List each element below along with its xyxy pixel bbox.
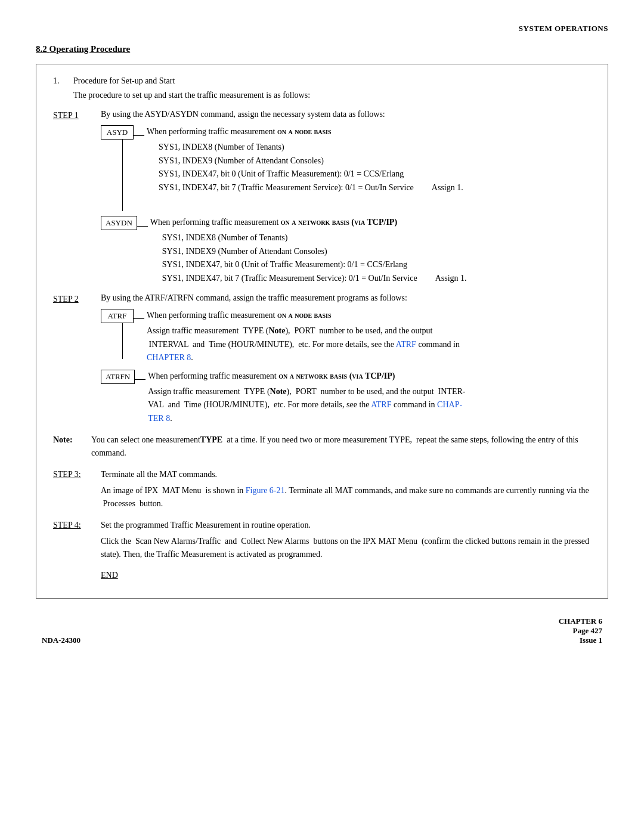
step1-row: STEP 1 By using the ASYD/ASYDN command, …	[53, 110, 591, 120]
asyd-content: When performing traffic measurement on a…	[144, 125, 591, 194]
asyd-line-3: SYS1, INDEX47, bit 0 (Unit of Traffic Me…	[159, 168, 591, 181]
section-title: 8.2 Operating Procedure	[36, 44, 608, 54]
asydn-block: ASYDN When performing traffic measuremen…	[101, 216, 591, 285]
asydn-content: When performing traffic measurement on a…	[148, 216, 591, 285]
asydn-line-3: SYS1, INDEX47, bit 0 (Unit of Traffic Me…	[162, 258, 591, 271]
step4-row: STEP 4: Set the programmed Traffic Measu…	[53, 521, 591, 530]
atrfn-hline	[135, 379, 145, 380]
footer-chapter-info: CHAPTER 6 Page 427 Issue 1	[559, 617, 602, 645]
atrf-hline	[134, 318, 144, 319]
item-label: Procedure for Set-up and Start	[73, 76, 175, 86]
footer-chapter: CHAPTER 6	[559, 617, 602, 626]
atrfn-detail2: VAL and Time (HOUR/MINUTE), etc. For mor…	[148, 398, 591, 411]
atrfn-atrf-link[interactable]: ATRF	[371, 400, 391, 409]
atrfn-intro: When performing traffic measurement on a…	[148, 370, 591, 383]
step4-label: STEP 4:	[53, 521, 92, 530]
header-title: SYSTEM OPERATIONS	[519, 24, 608, 33]
atrfn-block: ATRFN When performing traffic measuremen…	[101, 370, 591, 426]
atrf-detail1: Assign traffic measurement TYPE (Note), …	[147, 324, 591, 337]
atrfn-box: ATRFN	[101, 370, 135, 384]
step2-row: STEP 2 By using the ATRF/ATRFN command, …	[53, 293, 591, 304]
asyd-lines: SYS1, INDEX8 (Number of Tenants) SYS1, I…	[159, 141, 591, 194]
note-label: Note:	[53, 433, 83, 460]
asyd-line-2: SYS1, INDEX9 (Number of Attendant Consol…	[159, 154, 591, 168]
atrf-chapter-link[interactable]: CHAPTER 8	[147, 353, 191, 362]
note-text: You can select one measurementTYPE at a …	[91, 433, 591, 460]
page-footer: NDA-24300 CHAPTER 6 Page 427 Issue 1	[36, 617, 608, 645]
asyd-box-line: ASYD	[101, 125, 144, 140]
atrfn-chap-link1[interactable]: CHAP-	[437, 400, 462, 409]
item-number: 1.	[53, 76, 65, 86]
asydn-intro: When performing traffic measurement on a…	[150, 216, 591, 229]
content-box: 1. Procedure for Set-up and Start The pr…	[36, 64, 608, 599]
atrfn-detail3: TER 8.	[148, 412, 591, 425]
atrfn-detail1: Assign traffic measurement TYPE (Note), …	[148, 385, 591, 398]
note-block: Note: You can select one measurementTYPE…	[53, 433, 591, 460]
figure-link[interactable]: Figure 6-21	[246, 486, 285, 495]
page: SYSTEM OPERATIONS 8.2 Operating Procedur…	[0, 0, 644, 833]
step3-row: STEP 3: Terminate all the MAT commands.	[53, 470, 591, 479]
asydn-box: ASYDN	[101, 216, 137, 230]
atrfn-connector: ATRFN	[101, 370, 145, 384]
asyd-assign: Assign 1.	[432, 181, 463, 194]
asyd-hline	[134, 135, 144, 136]
asyd-intro: When performing traffic measurement on a…	[147, 125, 591, 138]
footer-issue: Issue 1	[559, 636, 602, 645]
end-label: END	[101, 571, 591, 580]
asydn-connector: ASYDN	[101, 216, 148, 230]
asydn-box-line: ASYDN	[101, 216, 148, 230]
atrfn-content: When performing traffic measurement on a…	[145, 370, 591, 426]
step1-text: By using the ASYD/ASYDN command, assign …	[101, 110, 591, 119]
numbered-item-1: 1. Procedure for Set-up and Start	[53, 76, 591, 86]
step3-text: Terminate all the MAT commands.	[101, 470, 217, 479]
atrf-content: When performing traffic measurement on a…	[144, 309, 591, 365]
atrfn-box-line: ATRFN	[101, 370, 145, 384]
asydn-line-4: SYS1, INDEX47, bit 7 (Traffic Measuremen…	[162, 272, 591, 285]
footer-nda: NDA-24300	[42, 636, 80, 645]
asyd-line-1: SYS1, INDEX8 (Number of Tenants)	[159, 141, 591, 154]
step3-label: STEP 3:	[53, 470, 92, 479]
atrf-link[interactable]: ATRF	[396, 340, 416, 349]
asydn-line-1: SYS1, INDEX8 (Number of Tenants)	[162, 231, 591, 244]
atrf-block: ATRF When performing traffic measurement…	[101, 309, 591, 365]
atrf-detail2: INTERVAL and Time (HOUR/MINUTE), etc. Fo…	[147, 338, 591, 351]
atrf-box-line: ATRF	[101, 309, 144, 323]
asyd-vline	[122, 140, 123, 211]
atrfn-note-bold: Note	[270, 387, 287, 396]
step4-text: Set the programmed Traffic Measurement i…	[101, 521, 311, 530]
step2-label: STEP 2	[53, 293, 101, 304]
atrf-connector: ATRF	[101, 309, 144, 359]
asydn-hline	[137, 226, 148, 227]
step4-para: Click the Scan New Alarms/Traffic and Co…	[101, 535, 591, 562]
step2-text: By using the ATRF/ATRFN command, assign …	[101, 293, 591, 303]
atrf-vline	[122, 323, 123, 359]
atrf-intro: When performing traffic measurement on a…	[147, 309, 591, 322]
asyd-box: ASYD	[101, 125, 134, 140]
atrf-detail3: CHAPTER 8.	[147, 351, 591, 364]
atrf-box: ATRF	[101, 309, 134, 323]
step3-para: An image of IPX MAT Menu is shown in Fig…	[101, 484, 591, 511]
intro-text: The procedure to set up and start the tr…	[73, 91, 591, 100]
asyd-connector: ASYD	[101, 125, 144, 211]
asydn-line-2: SYS1, INDEX9 (Number of Attendant Consol…	[162, 245, 591, 258]
asyd-block: ASYD When performing traffic measurement…	[101, 125, 591, 211]
asydn-lines: SYS1, INDEX8 (Number of Tenants) SYS1, I…	[162, 231, 591, 285]
footer-page: Page 427	[559, 626, 602, 636]
atrfn-chap-link2[interactable]: TER 8	[148, 414, 170, 423]
page-header: SYSTEM OPERATIONS	[36, 24, 608, 33]
step1-label: STEP 1	[53, 110, 101, 120]
asydn-assign: Assign 1.	[435, 272, 467, 285]
asyd-line-4: SYS1, INDEX47, bit 7 (Traffic Measuremen…	[159, 181, 591, 194]
atrf-note-bold: Note	[268, 326, 285, 335]
